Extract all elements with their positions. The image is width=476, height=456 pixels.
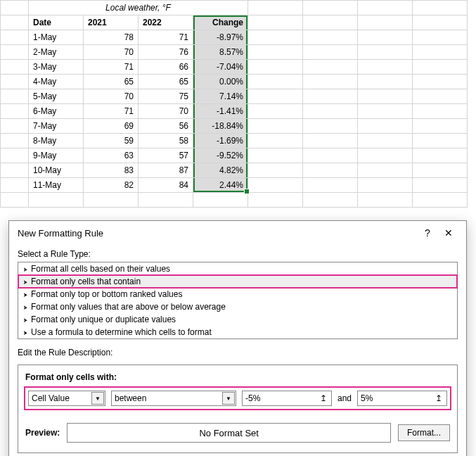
range-selector-icon[interactable]: ↥ xyxy=(432,393,445,404)
cell-change[interactable]: 2.44% xyxy=(193,178,248,193)
dialog-title: New Formatting Rule xyxy=(18,228,417,239)
cell-change[interactable]: -1.69% xyxy=(193,134,248,148)
cell-2022[interactable]: 76 xyxy=(139,45,193,60)
cell-date[interactable]: 8-May xyxy=(29,134,84,148)
table-row[interactable]: 6-May7170-1.41% xyxy=(1,104,468,119)
operator-dropdown-text: between xyxy=(115,393,146,403)
weather-table: Local weather, °F Date 2021 2022 Change … xyxy=(0,0,468,208)
rule-type-item[interactable]: Format only values that are above or bel… xyxy=(18,300,457,313)
help-button[interactable]: ? xyxy=(417,225,438,241)
preview-box: No Format Set xyxy=(67,423,391,443)
table-row[interactable]: 11-May82842.44% xyxy=(1,178,468,193)
cell-change[interactable]: 0.00% xyxy=(193,75,248,89)
table-row[interactable]: 5-May70757.14% xyxy=(1,89,468,104)
new-formatting-rule-dialog: New Formatting Rule ? ✕ Select a Rule Ty… xyxy=(8,220,467,456)
col-2022[interactable]: 2022 xyxy=(139,15,193,30)
cell-date[interactable]: 5-May xyxy=(29,89,84,104)
cell-2021[interactable]: 83 xyxy=(84,163,139,178)
table-row[interactable]: 7-May6956-18.84% xyxy=(1,119,468,134)
rule-type-item[interactable]: Format all cells based on their values xyxy=(18,262,457,275)
cell-2022[interactable]: 66 xyxy=(139,60,193,75)
cell-change[interactable]: 7.14% xyxy=(193,89,248,104)
operator-dropdown[interactable]: between ▼ xyxy=(111,391,236,406)
range-selector-icon[interactable]: ↥ xyxy=(317,393,330,404)
cell-change[interactable]: -18.84% xyxy=(193,119,248,134)
cell-2021[interactable]: 59 xyxy=(84,134,139,148)
cell-change[interactable]: -1.41% xyxy=(193,104,248,119)
cell-2021[interactable]: 78 xyxy=(84,30,139,45)
cell-change[interactable]: 4.82% xyxy=(193,163,248,178)
rule-type-list[interactable]: Format all cells based on their valuesFo… xyxy=(18,262,458,339)
cell-date[interactable]: 11-May xyxy=(29,178,84,193)
cell-2021[interactable]: 63 xyxy=(84,148,139,163)
format-button[interactable]: Format... xyxy=(398,424,450,441)
rule-controls: Cell Value ▼ between ▼ -5% ↥ and 5% ↥ xyxy=(25,388,450,409)
cell-2022[interactable]: 70 xyxy=(139,104,193,119)
cell-2021[interactable]: 71 xyxy=(84,60,139,75)
table-row[interactable]: 10-May83874.82% xyxy=(1,163,468,178)
low-value-input[interactable]: -5% ↥ xyxy=(242,391,332,406)
low-value-text: -5% xyxy=(245,393,260,403)
cell-2021[interactable]: 70 xyxy=(84,45,139,60)
table-row[interactable]: 4-May65650.00% xyxy=(1,75,468,89)
cell-2022[interactable]: 56 xyxy=(139,119,193,134)
chevron-down-icon[interactable]: ▼ xyxy=(91,392,104,405)
close-button[interactable]: ✕ xyxy=(438,225,459,241)
col-change[interactable]: Change xyxy=(193,15,248,30)
table-row[interactable]: 9-May6357-9.52% xyxy=(1,148,468,163)
cell-change[interactable]: -7.04% xyxy=(193,60,248,75)
cell-2021[interactable]: 71 xyxy=(84,104,139,119)
table-row[interactable]: 2-May70768.57% xyxy=(1,45,468,60)
cell-2021[interactable]: 82 xyxy=(84,178,139,193)
cell-date[interactable]: 2-May xyxy=(29,45,84,60)
col-date[interactable]: Date xyxy=(29,15,84,30)
rule-type-item[interactable]: Format only top or bottom ranked values xyxy=(18,288,457,300)
table-row[interactable]: 1-May7871-8.97% xyxy=(1,30,468,45)
rule-type-item[interactable]: Use a formula to determine which cells t… xyxy=(18,326,457,338)
cell-change[interactable]: -9.52% xyxy=(193,148,248,163)
cell-2022[interactable]: 58 xyxy=(139,134,193,148)
cell-value-dropdown[interactable]: Cell Value ▼ xyxy=(28,391,105,406)
col-2021[interactable]: 2021 xyxy=(84,15,139,30)
cell-value-dropdown-text: Cell Value xyxy=(32,393,70,403)
chevron-down-icon[interactable]: ▼ xyxy=(222,392,235,405)
high-value-text: 5% xyxy=(361,393,373,403)
cell-date[interactable]: 1-May xyxy=(29,30,84,45)
dialog-titlebar[interactable]: New Formatting Rule ? ✕ xyxy=(9,221,466,245)
rule-type-item[interactable]: Format only unique or duplicate values xyxy=(18,313,457,326)
table-title: Local weather, °F xyxy=(29,1,248,15)
preview-label: Preview: xyxy=(25,428,60,438)
rule-type-item[interactable]: Format only cells that contain xyxy=(18,275,457,288)
cell-date[interactable]: 7-May xyxy=(29,119,84,134)
rule-description-box: Format only cells with: Cell Value ▼ bet… xyxy=(18,365,458,453)
cell-2022[interactable]: 71 xyxy=(139,30,193,45)
table-row[interactable]: 8-May5958-1.69% xyxy=(1,134,468,148)
table-row[interactable]: 3-May7166-7.04% xyxy=(1,60,468,75)
and-label: and xyxy=(337,393,352,403)
cell-2022[interactable]: 87 xyxy=(139,163,193,178)
edit-rule-description-label: Edit the Rule Description: xyxy=(18,348,458,357)
format-only-cells-with-label: Format only cells with: xyxy=(25,372,450,382)
cell-2022[interactable]: 65 xyxy=(139,75,193,89)
cell-2022[interactable]: 57 xyxy=(139,148,193,163)
cell-date[interactable]: 9-May xyxy=(29,148,84,163)
cell-date[interactable]: 4-May xyxy=(29,75,84,89)
select-rule-type-label: Select a Rule Type: xyxy=(18,249,458,259)
cell-date[interactable]: 10-May xyxy=(29,163,84,178)
cell-2022[interactable]: 84 xyxy=(139,178,193,193)
cell-2021[interactable]: 65 xyxy=(84,75,139,89)
cell-date[interactable]: 6-May xyxy=(29,104,84,119)
cell-date[interactable]: 3-May xyxy=(29,60,84,75)
cell-change[interactable]: 8.57% xyxy=(193,45,248,60)
cell-2021[interactable]: 70 xyxy=(84,89,139,104)
high-value-input[interactable]: 5% ↥ xyxy=(357,391,447,406)
cell-change[interactable]: -8.97% xyxy=(193,30,248,45)
cell-2022[interactable]: 75 xyxy=(139,89,193,104)
cell-2021[interactable]: 69 xyxy=(84,119,139,134)
